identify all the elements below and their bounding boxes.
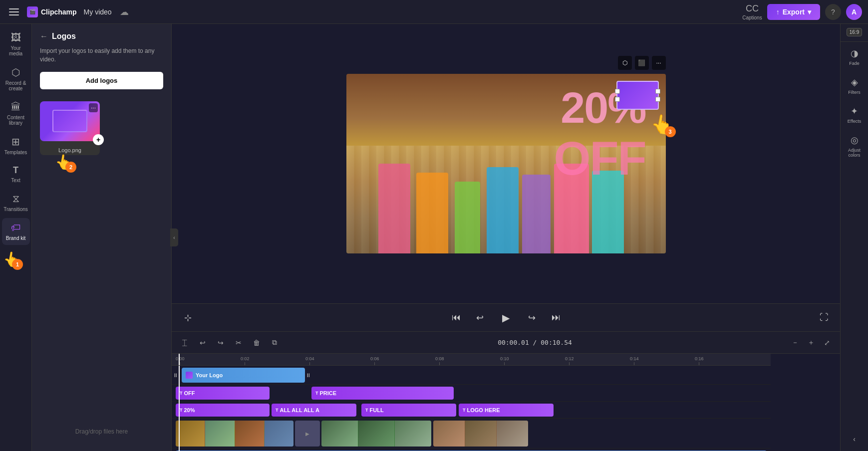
resize-handle-tr[interactable]	[655, 89, 660, 94]
annotation-step2-badge: 2	[65, 162, 76, 173]
timeline-merge-button[interactable]: ⧉	[268, 336, 282, 350]
logos-panel: ← Logos Import your logos to easily add …	[32, 24, 172, 451]
logo-options-button[interactable]: ···	[89, 103, 98, 112]
audio-track-row: ♪ Destination Happiness (30 Seconds Vers…	[172, 449, 771, 451]
clip-full[interactable]: T FULL	[361, 404, 456, 417]
logo-track-pause-left[interactable]: ⏸	[173, 372, 178, 378]
rewind-button[interactable]: ↩	[472, 310, 488, 326]
timeline-toolbar: ⌶ ↩ ↪ ✂ 🗑 ⧉ 00:00.01 / 00:10.54 － ＋ ⤢	[172, 332, 840, 354]
project-title[interactable]: My video	[84, 8, 112, 16]
panel-title: Logos	[52, 32, 76, 41]
skip-back-button[interactable]: ⏮	[448, 310, 464, 326]
fit-button[interactable]: ⬛	[635, 56, 649, 70]
sidebar-item-record-create[interactable]: ⬡ Record & create	[2, 62, 30, 95]
timeline-scroll-area[interactable]: 0:00 0:02 0:04 0:06	[172, 354, 840, 451]
filters-icon: ◈	[851, 77, 858, 88]
forward-button[interactable]: ↪	[524, 310, 540, 326]
timeline-select-tool[interactable]: ⌶	[178, 336, 192, 350]
captions-label: Captions	[742, 15, 762, 20]
zoom-out-button[interactable]: －	[788, 336, 802, 350]
zoom-in-button[interactable]: ＋	[804, 336, 818, 350]
clip-logo-here-icon: T	[463, 408, 466, 413]
collapse-panel-button[interactable]: ‹	[170, 228, 178, 246]
right-sidebar: 16:9 ◑ Fade ◈ Filters ✦ Effects ◎ Adjust…	[840, 24, 868, 451]
export-button[interactable]: ↑ Export ▾	[767, 4, 820, 20]
right-sidebar-item-fade[interactable]: ◑ Fade	[842, 43, 867, 71]
clip-logo-here[interactable]: T LOGO HERE	[459, 404, 554, 417]
sidebar-item-your-media[interactable]: 🖼 Your media	[2, 28, 30, 60]
sidebar-item-templates[interactable]: ⊞ Templates	[2, 132, 30, 159]
video-clip-2[interactable]: ▶	[295, 421, 320, 447]
help-button[interactable]: ?	[825, 4, 841, 20]
ruler-mark-4: 0:08	[435, 356, 444, 365]
right-sidebar-item-filters[interactable]: ◈ Filters	[842, 72, 867, 100]
clip-all[interactable]: T ALL ALL ALL A	[272, 404, 356, 417]
timeline-undo-button[interactable]: ↩	[196, 336, 210, 350]
clip-all-label: ALL ALL ALL A	[280, 407, 319, 413]
timeline-redo-button[interactable]: ↪	[214, 336, 228, 350]
preview-area: 20% OFF ⬡ ⬛ ···	[172, 24, 840, 303]
right-sidebar-item-effects[interactable]: ✦ Effects	[842, 101, 867, 129]
logo-card[interactable]: ··· + Logo.png	[40, 101, 100, 155]
right-sidebar-item-adjust-colors[interactable]: ◎ Adjust colors	[842, 130, 867, 163]
ruler-mark-0: 0:00	[176, 356, 185, 365]
logo-thumbnail-inner	[52, 110, 87, 132]
magic-button[interactable]: ⊹	[180, 310, 196, 326]
clip-price[interactable]: T PRICE	[311, 387, 454, 400]
logo-clip[interactable]: Your Logo	[182, 368, 305, 383]
skip-forward-button[interactable]: ⏭	[548, 310, 564, 326]
right-sidebar-collapse[interactable]: ‹	[849, 431, 860, 447]
timeline-area: ⌶ ↩ ↪ ✂ 🗑 ⧉ 00:00.01 / 00:10.54 － ＋ ⤢	[172, 331, 840, 451]
video-clip-1[interactable]	[176, 421, 293, 447]
timeline-delete-button[interactable]: 🗑	[250, 336, 264, 350]
clip-20[interactable]: T 20%	[176, 404, 270, 417]
sidebar-item-transitions[interactable]: ⧖ Transitions	[2, 189, 30, 216]
timeline-ruler: 0:00 0:02 0:04 0:06	[172, 354, 771, 366]
ruler-mark-5: 0:10	[500, 356, 509, 365]
text-track-1-row: T OFF T PRICE	[172, 385, 771, 402]
timeline-cut-button[interactable]: ✂	[232, 336, 246, 350]
aspect-ratio-display[interactable]: 16:9	[847, 28, 862, 36]
resize-handle-bl[interactable]	[615, 97, 620, 102]
effects-icon: ✦	[851, 106, 858, 117]
panel-description: Import your logos to easily add them to …	[40, 47, 163, 64]
adjust-colors-icon: ◎	[851, 135, 859, 146]
panel-back-button[interactable]: ←	[40, 32, 48, 41]
cloud-sync-icon: ☁	[120, 6, 129, 17]
clip-off[interactable]: T OFF	[176, 387, 270, 400]
preview-top-controls: ⬡ ⬛ ···	[618, 56, 666, 70]
record-create-icon: ⬡	[11, 66, 20, 78]
ruler-mark-1: 0:02	[241, 356, 250, 365]
drag-drop-area[interactable]: Drag/drop files here	[40, 420, 163, 443]
off-clip-label: OFF	[184, 390, 195, 396]
clip-20-label: 20%	[184, 407, 195, 413]
resize-handle-br[interactable]	[655, 97, 660, 102]
zoom-fit-button[interactable]: ⤢	[820, 336, 834, 350]
logo-track-pause-right[interactable]: ⏸	[305, 372, 311, 378]
user-avatar[interactable]: A	[846, 4, 862, 20]
text-icon: T	[13, 165, 18, 176]
playback-bar: ⊹ ⏮ ↩ ▶ ↪ ⏭ ⛶	[172, 303, 840, 331]
clip-logo-here-label: LOGO HERE	[467, 407, 500, 413]
logo-add-button[interactable]: +	[93, 134, 104, 145]
play-button[interactable]: ▶	[496, 308, 516, 328]
timeline-time-display: 00:00.01 / 00:10.54	[498, 339, 572, 346]
off-clip-icon: T	[180, 391, 183, 396]
add-logos-button[interactable]: Add logos	[40, 72, 163, 89]
ruler-mark-8: 0:16	[695, 356, 704, 365]
sidebar-item-content-library[interactable]: 🏛 Content library	[2, 97, 30, 130]
price-clip-label: PRICE	[320, 390, 337, 396]
preview-logo-overlay[interactable]	[616, 81, 659, 110]
sidebar-item-brand-kit[interactable]: 🏷 Brand kit	[2, 218, 30, 245]
sidebar-item-text[interactable]: T Text	[2, 161, 30, 187]
crop-button[interactable]: ⬡	[618, 56, 632, 70]
more-button[interactable]: ···	[652, 56, 666, 70]
hamburger-menu[interactable]	[6, 4, 22, 20]
ruler-mark-7: 0:14	[630, 356, 639, 365]
video-clip-4[interactable]	[433, 421, 528, 447]
fullscreen-button[interactable]: ⛶	[816, 310, 832, 326]
captions-button[interactable]: CC Captions	[742, 3, 762, 20]
video-clip-3[interactable]	[321, 421, 431, 447]
price-clip-icon: T	[315, 391, 318, 396]
resize-handle-tl[interactable]	[615, 89, 620, 94]
